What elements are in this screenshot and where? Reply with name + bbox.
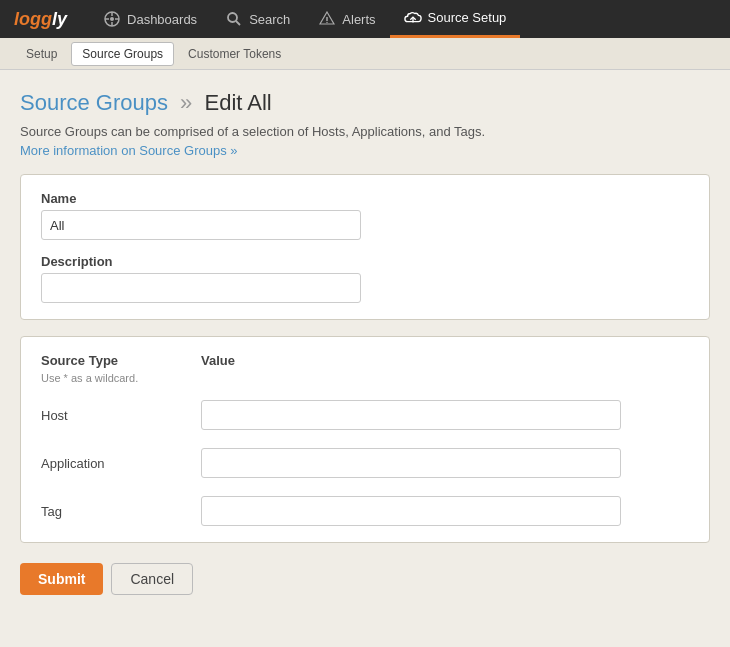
subnav-item-setup[interactable]: Setup — [16, 43, 67, 65]
cancel-button[interactable]: Cancel — [111, 563, 193, 595]
svg-line-7 — [236, 21, 240, 25]
dashboard-icon — [103, 10, 121, 28]
source-row-application: Application — [41, 448, 689, 478]
top-nav: loggly Dashboards Search — [0, 0, 730, 38]
nav-item-search-label: Search — [249, 12, 290, 27]
sub-nav: Setup Source Groups Customer Tokens — [0, 38, 730, 70]
action-buttons: Submit Cancel — [20, 563, 710, 595]
name-label: Name — [41, 191, 689, 206]
col-value-header: Value — [201, 353, 689, 368]
host-input[interactable] — [201, 400, 621, 430]
nav-item-source-setup-label: Source Setup — [428, 10, 507, 25]
nav-item-alerts[interactable]: Alerts — [304, 0, 389, 38]
description-input[interactable] — [41, 273, 361, 303]
alerts-icon — [318, 10, 336, 28]
svg-point-1 — [110, 17, 114, 21]
search-icon — [225, 10, 243, 28]
application-input[interactable] — [201, 448, 621, 478]
page-description: Source Groups can be comprised of a sele… — [20, 124, 710, 139]
main-content: Source Groups » Edit All Source Groups c… — [0, 70, 730, 615]
info-link[interactable]: More information on Source Groups » — [20, 143, 238, 158]
source-row-host: Host — [41, 400, 689, 430]
nav-item-source-setup[interactable]: Source Setup — [390, 0, 521, 38]
subnav-item-source-groups[interactable]: Source Groups — [71, 42, 174, 66]
source-type-panel: Source Type Value Use * as a wildcard. H… — [20, 336, 710, 543]
logo[interactable]: loggly — [8, 9, 73, 30]
wildcard-hint: Use * as a wildcard. — [41, 372, 689, 384]
nav-item-alerts-label: Alerts — [342, 12, 375, 27]
svg-point-6 — [228, 13, 237, 22]
name-field-group: Name — [41, 191, 689, 240]
submit-button[interactable]: Submit — [20, 563, 103, 595]
tag-input[interactable] — [201, 496, 621, 526]
description-label: Description — [41, 254, 689, 269]
breadcrumb-separator: » — [180, 90, 192, 115]
breadcrumb-link[interactable]: Source Groups — [20, 90, 168, 115]
tag-label: Tag — [41, 504, 201, 519]
nav-item-dashboards-label: Dashboards — [127, 12, 197, 27]
application-label: Application — [41, 456, 201, 471]
source-row-tag: Tag — [41, 496, 689, 526]
nav-item-search[interactable]: Search — [211, 0, 304, 38]
subnav-item-customer-tokens[interactable]: Customer Tokens — [178, 43, 291, 65]
host-label: Host — [41, 408, 201, 423]
nav-item-dashboards[interactable]: Dashboards — [89, 0, 211, 38]
cloud-icon — [404, 9, 422, 27]
source-type-header: Source Type Value — [41, 353, 689, 368]
name-form-panel: Name Description — [20, 174, 710, 320]
description-field-group: Description — [41, 254, 689, 303]
page-current: Edit All — [204, 90, 271, 115]
svg-point-9 — [327, 22, 328, 23]
page-title: Source Groups » Edit All — [20, 90, 710, 116]
col-source-type-header: Source Type — [41, 353, 201, 368]
name-input[interactable] — [41, 210, 361, 240]
